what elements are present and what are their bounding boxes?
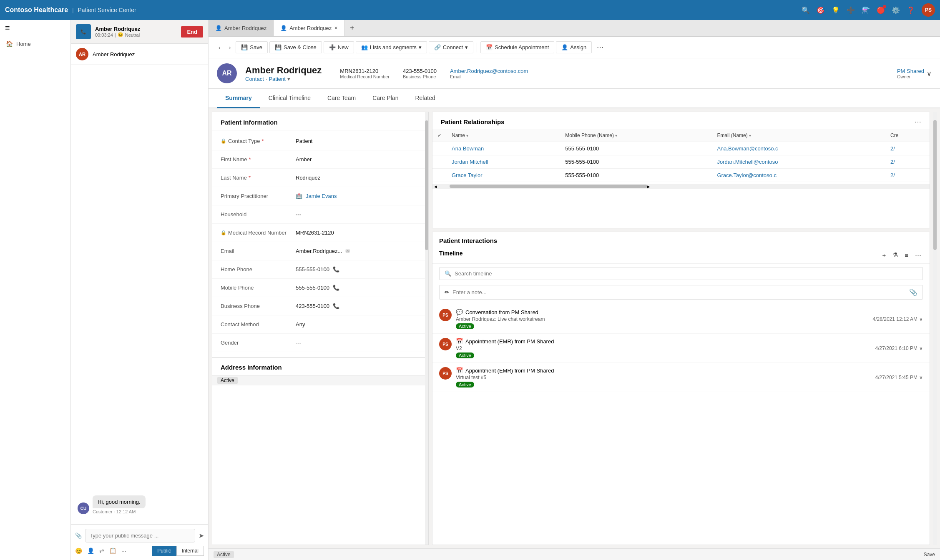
user-avatar[interactable]: PS <box>922 3 935 17</box>
patient-dropdown-icon[interactable]: ▾ <box>287 76 290 82</box>
row-name[interactable]: Ana Bowman <box>447 142 560 155</box>
new-button[interactable]: ➕ New <box>324 41 354 53</box>
tab-summary-label: Summary <box>225 95 252 101</box>
add-icon[interactable]: ➕ <box>847 6 855 14</box>
end-call-button[interactable]: End <box>181 26 203 38</box>
rel-col-name[interactable]: Name ▾ <box>447 129 560 142</box>
assign-button[interactable]: 👤 Assign <box>556 41 592 53</box>
phone-value: 423-555-0100 <box>403 68 437 74</box>
row-name[interactable]: Jordan Mitchell <box>447 155 560 169</box>
nav-forward-button[interactable]: › <box>226 42 234 52</box>
bottom-save-label[interactable]: Save <box>924 552 935 558</box>
timeline-expand-1[interactable]: ∨ <box>919 316 923 322</box>
person-icon[interactable]: 👤 <box>87 548 94 554</box>
mobile-phone-icon[interactable]: 📞 <box>333 285 339 291</box>
assign-label: Assign <box>570 44 586 50</box>
more-options-icon[interactable]: ··· <box>121 548 126 554</box>
help-icon[interactable]: ❓ <box>907 6 915 14</box>
chat-toolbar: 😊 👤 ⇄ 📋 ··· Public Internal <box>75 546 204 556</box>
timeline-filter-button[interactable]: ⚗ <box>891 250 900 260</box>
schedule-button[interactable]: 📅 Schedule Appointment <box>480 41 554 53</box>
connect-button[interactable]: 🔗 Connect ▾ <box>429 41 473 53</box>
save-button[interactable]: 💾 Save <box>236 41 268 53</box>
scroll-left-arrow[interactable]: ◂ <box>434 183 437 190</box>
timeline-item-title-2: 📅 Appointment (EMR) from PM Shared <box>456 338 871 345</box>
chat-message-input[interactable] <box>85 529 195 542</box>
nav-back-button[interactable]: ‹ <box>215 42 224 52</box>
timeline-add-button[interactable]: + <box>880 251 887 260</box>
save-indicator: Save <box>924 552 935 558</box>
value-home-phone[interactable]: 555-555-0100 📞 <box>296 266 339 272</box>
chat-input-area: 📎 ➤ 😊 👤 ⇄ 📋 ··· Public Internal <box>71 524 208 560</box>
main-layout: ☰ 🏠 Home 📞 Amber Rodriquez 00:03:24 | 😐 … <box>0 20 940 560</box>
tab-related[interactable]: Related <box>407 89 443 108</box>
rel-col-phone[interactable]: Mobile Phone (Name) ▾ <box>560 129 712 142</box>
emoji-icon[interactable]: 😊 <box>75 548 82 554</box>
rel-col-email[interactable]: Email (Name) ▾ <box>712 129 885 142</box>
value-email[interactable]: Amber.Rodriguez... ✉ <box>296 248 350 254</box>
search-icon[interactable]: 🔍 <box>802 6 810 14</box>
internal-button[interactable]: Internal <box>176 546 204 556</box>
public-button[interactable]: Public <box>152 546 176 556</box>
left-panel-scrollbar[interactable] <box>425 112 428 545</box>
timeline-expand-3[interactable]: ∨ <box>919 375 923 380</box>
row-email[interactable]: Grace.Taylor@contoso.c <box>712 169 885 182</box>
bulb-icon[interactable]: 💡 <box>832 6 840 14</box>
target-icon[interactable]: 🎯 <box>817 6 825 14</box>
timeline-list-button[interactable]: ≡ <box>903 251 910 260</box>
send-message-button[interactable]: ➤ <box>199 532 204 540</box>
save-close-button[interactable]: 💾 Save & Close <box>269 41 322 53</box>
rel-horizontal-scrollbar[interactable]: ◂ ▸ <box>432 184 930 189</box>
owner-value[interactable]: PM Shared <box>897 68 924 74</box>
tab-clinical-timeline[interactable]: Clinical Timeline <box>260 89 319 108</box>
home-phone-icon[interactable]: 📞 <box>333 266 339 272</box>
timeline-expand-2[interactable]: ∨ <box>919 345 923 351</box>
main-scrollbar[interactable] <box>933 112 937 545</box>
status-bar: Active Save <box>209 548 940 560</box>
hamburger-menu[interactable]: ☰ <box>0 20 70 36</box>
tab-amber-active[interactable]: 👤 Amber Rodriquez ✕ <box>274 20 345 36</box>
value-first-name[interactable]: Amber <box>296 156 312 162</box>
patient-type-link[interactable]: Patient <box>269 76 285 82</box>
value-gender[interactable]: --- <box>296 340 301 346</box>
notes-icon[interactable]: 📋 <box>109 548 116 554</box>
rel-more-button[interactable]: ⋯ <box>915 118 921 126</box>
value-primary-practitioner[interactable]: 🏥 Jamie Evans <box>296 193 337 199</box>
tab-amber-inactive[interactable]: 👤 Amber Rodriquez <box>209 20 274 36</box>
row-name[interactable]: Grace Taylor <box>447 169 560 182</box>
attach-icon[interactable]: 📎 <box>75 532 82 539</box>
right-panel: Patient Relationships ⋯ ✓ Name ▾ <box>432 112 930 545</box>
settings-icon[interactable]: ⚙️ <box>892 6 900 14</box>
tab-care-plan[interactable]: Care Plan <box>364 89 407 108</box>
email-action-icon[interactable]: ✉ <box>345 248 350 254</box>
scroll-right-arrow[interactable]: ▸ <box>647 183 650 190</box>
tab-summary[interactable]: Summary <box>217 89 260 108</box>
row-phone: 555-555-0100 <box>560 169 712 182</box>
header-expand-button[interactable]: ∨ <box>927 70 932 78</box>
timeline-search-input[interactable] <box>455 270 917 277</box>
row-email[interactable]: Jordan.Mitchell@contoso <box>712 155 885 169</box>
tab-add-button[interactable]: + <box>345 24 359 32</box>
sidebar-item-home[interactable]: 🏠 Home <box>0 36 70 51</box>
lists-button[interactable]: 👥 Lists and segments ▾ <box>356 41 427 53</box>
transfer-icon[interactable]: ⇄ <box>99 548 104 554</box>
value-contact-method[interactable]: Any <box>296 321 305 328</box>
more-actions-button[interactable]: ⋯ <box>593 41 607 54</box>
email-value[interactable]: Amber.Rodriguez@contoso.com <box>450 68 528 74</box>
contact-type-link[interactable]: Contact <box>245 76 264 82</box>
value-mobile-phone[interactable]: 555-555-0100 📞 <box>296 285 339 291</box>
row-created: 2/ <box>885 142 930 155</box>
tab-close-button[interactable]: ✕ <box>334 25 338 31</box>
value-household[interactable]: --- <box>296 211 301 218</box>
name-sort-icon: ▾ <box>466 133 468 138</box>
value-business-phone[interactable]: 423-555-0100 📞 <box>296 303 339 309</box>
value-last-name[interactable]: Rodriquez <box>296 175 320 181</box>
row-email[interactable]: Ana.Bowman@contoso.c <box>712 142 885 155</box>
notification-icon[interactable]: 🔴 <box>877 6 885 14</box>
business-phone-icon[interactable]: 📞 <box>333 303 339 309</box>
timeline-more-button[interactable]: ⋯ <box>913 250 923 260</box>
note-input[interactable] <box>452 289 906 295</box>
note-attach-icon[interactable]: 📎 <box>909 288 917 296</box>
tab-care-team[interactable]: Care Team <box>319 89 364 108</box>
filter-icon[interactable]: ⚗️ <box>862 6 870 14</box>
